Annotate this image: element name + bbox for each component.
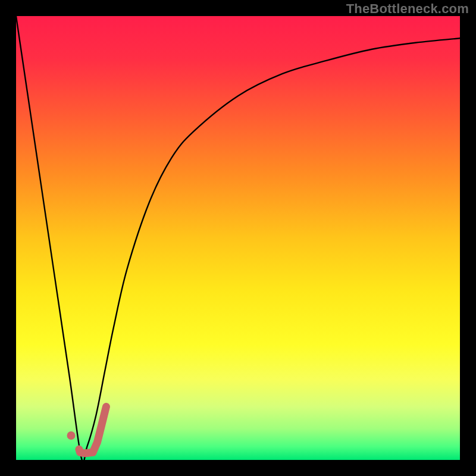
chart-frame: TheBottleneck.com [0,0,476,476]
bottleneck-chart [16,16,460,460]
watermark-text: TheBottleneck.com [346,1,469,17]
gradient-background [16,16,460,460]
marker-dot [67,431,76,440]
